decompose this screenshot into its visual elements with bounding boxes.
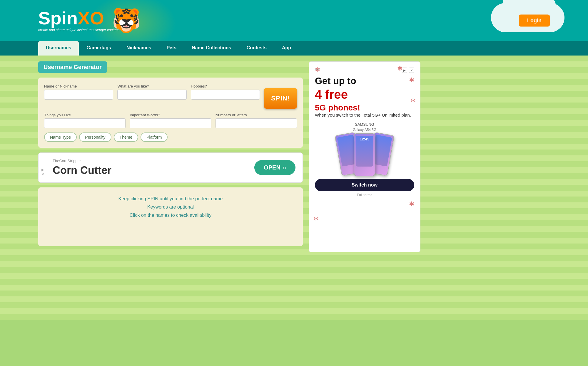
name-input[interactable] <box>44 90 113 100</box>
words-label: Important Words? <box>130 113 211 117</box>
form-group-likes: What are you like? <box>117 84 186 100</box>
tab-name-collections[interactable]: Name Collections <box>184 41 239 56</box>
things-input[interactable] <box>44 118 126 128</box>
likes-label: What are you like? <box>117 84 186 88</box>
filter-theme[interactable]: Theme <box>114 132 138 142</box>
phones-display: 12:45 <box>315 134 414 175</box>
info-line-3: Click on the names to check availability <box>44 213 297 218</box>
right-sidebar: ❄ ✱ ✱ ❄ ❄ ✱ Ad ▶ ✕ Get up to 4 free 5G p… <box>309 56 420 320</box>
ad-box: ❄ ✱ ✱ ❄ ❄ ✱ Ad ▶ ✕ Get up to 4 free 5G p… <box>309 61 420 252</box>
logo-area: SpinXO create and share unique instant m… <box>38 9 119 32</box>
tab-contests[interactable]: Contests <box>239 41 274 56</box>
ad-headline-1: Get up to <box>315 76 414 86</box>
main-nav: Usernames Gamertags Nicknames Pets Name … <box>0 41 588 56</box>
tab-gamertags[interactable]: Gamertags <box>79 41 119 56</box>
words-input[interactable] <box>130 118 211 128</box>
result-name: Corn Cutter <box>53 164 111 177</box>
main-wrapper: Username Generator Name or Nickname What… <box>0 56 588 320</box>
logo-spin: Spin <box>38 8 78 28</box>
ad-headline-free: 4 free <box>315 88 414 101</box>
spin-button[interactable]: SPIN! <box>264 88 297 109</box>
logo-tagline: create and share unique instant messenge… <box>38 28 119 32</box>
tab-app[interactable]: App <box>274 41 299 56</box>
hobbies-label: Hobbies? <box>191 84 260 88</box>
filter-personality[interactable]: Personality <box>79 132 111 142</box>
ad-headline-phones: 5G phones! <box>315 103 414 113</box>
open-button[interactable]: OPEN » <box>254 160 295 175</box>
info-box: Keep clicking SPIN until you find the pe… <box>38 187 303 246</box>
left-content: Username Generator Name or Nickname What… <box>38 56 303 320</box>
numbers-label: Numbers or letters <box>216 113 297 117</box>
result-username: TheCornStripper <box>53 159 111 163</box>
login-button[interactable]: Login <box>519 15 550 27</box>
info-line-1: Keep clicking SPIN until you find the pe… <box>44 196 297 202</box>
name-label: Name or Nickname <box>44 84 113 88</box>
header: SpinXO create and share unique instant m… <box>0 0 588 41</box>
result-box: ▶ ✕ TheCornStripper Corn Cutter OPEN » <box>38 152 303 183</box>
switch-now-button[interactable]: Switch now <box>315 179 414 191</box>
likes-input[interactable] <box>117 90 186 100</box>
filter-name-type[interactable]: Name Type <box>44 132 77 142</box>
generator-title: Username Generator <box>38 61 107 73</box>
filter-buttons: Name Type Personality Theme Platform <box>44 132 297 142</box>
form-group-hobbies: Hobbies? <box>191 84 260 100</box>
things-label: Things you Like <box>44 113 126 117</box>
phone-time: 12:45 <box>360 137 369 141</box>
snowflake-6: ✱ <box>409 200 414 208</box>
ad-body-text: When you switch to the Total 5G+ Unlimit… <box>315 113 414 117</box>
ad-settings-button[interactable]: ▶ <box>402 68 407 73</box>
ad-controls: ▶ ✕ <box>402 68 414 73</box>
phone-model: Galaxy A54 5G <box>315 128 414 132</box>
form-box: Name or Nickname What are you like? Hobb… <box>38 78 303 148</box>
hobbies-input[interactable] <box>191 90 260 100</box>
open-arrows: » <box>283 164 286 171</box>
phone-center: 12:45 <box>354 133 375 177</box>
filter-platform[interactable]: Platform <box>141 132 168 142</box>
logo-xo: XO <box>78 8 104 28</box>
ad-close-button[interactable]: ✕ <box>409 68 414 73</box>
phone-brand: SAMSUNG <box>315 122 414 127</box>
form-row-2: Things you Like Important Words? Numbers… <box>44 113 297 128</box>
ad-marker: ▶ ✕ <box>41 168 44 176</box>
ad-close-icon[interactable]: ✕ <box>41 172 44 176</box>
phone-screen-center: 12:45 <box>356 136 373 167</box>
tab-usernames[interactable]: Usernames <box>38 41 79 56</box>
result-text-area: TheCornStripper Corn Cutter <box>46 159 111 177</box>
full-terms: Full terms <box>315 193 414 197</box>
form-group-things: Things you Like <box>44 113 126 128</box>
form-group-name: Name or Nickname <box>44 84 113 100</box>
numbers-input[interactable] <box>216 118 297 128</box>
snowflake-5: ❄ <box>313 215 319 223</box>
open-button-label: OPEN <box>264 164 280 171</box>
form-group-numbers: Numbers or letters <box>216 113 297 128</box>
form-group-words: Important Words? <box>130 113 211 128</box>
tab-nicknames[interactable]: Nicknames <box>119 41 159 56</box>
info-line-2: Keywords are optional <box>44 204 297 210</box>
ad-play-icon: ▶ <box>41 168 44 172</box>
logo-text: SpinXO <box>38 8 104 28</box>
ad-header: Ad ▶ ✕ <box>315 68 414 73</box>
ad-badge: Ad <box>315 68 319 71</box>
tab-pets[interactable]: Pets <box>159 41 184 56</box>
form-row-1: Name or Nickname What are you like? Hobb… <box>44 84 297 109</box>
logo: SpinXO <box>38 9 119 27</box>
